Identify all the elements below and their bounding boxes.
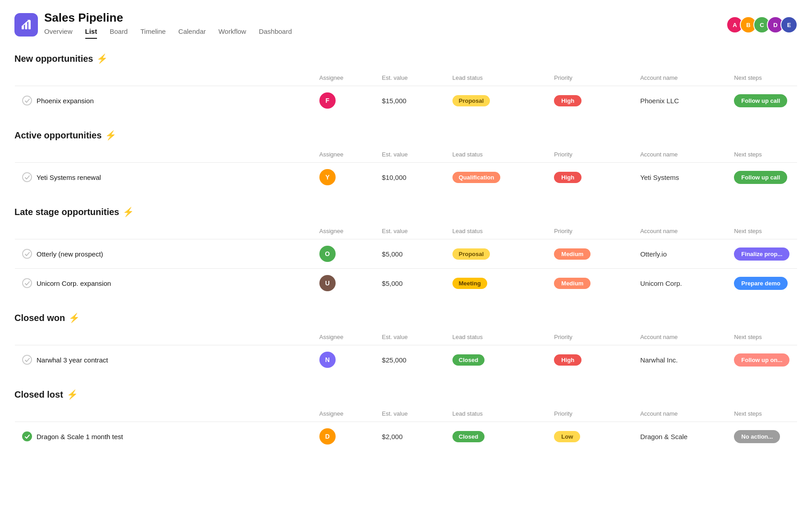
next-step-badge: Follow up call: [734, 171, 787, 184]
deal-table: Assignee Est. value Lead status Priority…: [14, 146, 798, 192]
deal-name: Otterly (new prospect): [37, 250, 103, 258]
table-row[interactable]: Otterly (new prospect) O $5,000ProposalM…: [15, 239, 798, 269]
tab-calendar[interactable]: Calendar: [178, 28, 206, 39]
col-assignee: Assignee: [312, 147, 375, 163]
app-header: Sales Pipeline Overview List Board Timel…: [14, 11, 798, 39]
col-lead-status: Lead status: [445, 147, 547, 163]
deal-name: Phoenix expansion: [37, 97, 94, 105]
priority-badge: Medium: [554, 248, 591, 260]
col-priority: Priority: [547, 147, 633, 163]
next-step-badge: Finalize prop...: [734, 248, 789, 261]
deal-table: Assignee Est. value Lead status Priority…: [14, 405, 798, 451]
lead-status-badge: Closed: [452, 431, 484, 442]
est-value: $25,000: [382, 356, 406, 364]
section-late-stage-opportunities: Late stage opportunities ⚡ Assignee Est.…: [14, 206, 798, 298]
check-icon[interactable]: [22, 431, 32, 441]
col-assignee: Assignee: [312, 329, 375, 345]
col-est-value: Est. value: [375, 70, 445, 86]
tab-board[interactable]: Board: [110, 28, 128, 39]
col-next-steps: Next steps: [727, 223, 797, 239]
est-value: $2,000: [382, 433, 403, 440]
col-priority: Priority: [547, 70, 633, 86]
section-closed-lost: Closed lost ⚡ Assignee Est. value Lead s…: [14, 389, 798, 451]
check-icon[interactable]: [22, 249, 32, 259]
col-name: [15, 223, 312, 239]
app-title-area: Sales Pipeline Overview List Board Timel…: [14, 11, 292, 39]
col-next-steps: Next steps: [727, 329, 797, 345]
deal-name: Unicorn Corp. expansion: [37, 280, 111, 287]
account-name: Yeti Systems: [640, 174, 679, 181]
account-name: Dragon & Scale: [640, 433, 687, 440]
col-next-steps: Next steps: [727, 70, 797, 86]
col-lead-status: Lead status: [445, 70, 547, 86]
tab-workflow[interactable]: Workflow: [218, 28, 246, 39]
lead-status-badge: Qualification: [452, 172, 501, 183]
priority-badge: High: [554, 95, 581, 106]
col-assignee: Assignee: [312, 406, 375, 422]
next-step-badge: No action...: [734, 430, 780, 443]
deal-name-cell: Yeti Systems renewal: [22, 172, 305, 182]
check-icon[interactable]: [22, 96, 32, 105]
lightning-icon: ⚡: [97, 53, 108, 64]
check-icon[interactable]: [22, 355, 32, 365]
tab-timeline[interactable]: Timeline: [140, 28, 166, 39]
col-priority: Priority: [547, 223, 633, 239]
table-row[interactable]: Narwhal 3 year contract N $25,000ClosedH…: [15, 345, 798, 375]
deal-name: Yeti Systems renewal: [37, 174, 101, 181]
assignee-avatar: F: [319, 92, 336, 109]
assignee-avatar: N: [319, 352, 336, 368]
lightning-icon: ⚡: [123, 206, 134, 217]
page-title: Sales Pipeline: [44, 11, 292, 25]
col-lead-status: Lead status: [445, 329, 547, 345]
priority-badge: Low: [554, 431, 580, 442]
est-value: $15,000: [382, 97, 406, 105]
deal-table: Assignee Est. value Lead status Priority…: [14, 223, 798, 298]
tab-list[interactable]: List: [85, 28, 97, 39]
lightning-icon: ⚡: [67, 389, 78, 400]
assignee-avatar: Y: [319, 169, 336, 185]
col-next-steps: Next steps: [727, 406, 797, 422]
lead-status-badge: Proposal: [452, 95, 490, 106]
table-row[interactable]: Unicorn Corp. expansion U $5,000MeetingM…: [15, 269, 798, 298]
col-account-name: Account name: [633, 70, 727, 86]
deal-name-cell: Phoenix expansion: [22, 96, 305, 105]
section-header: Closed lost ⚡: [14, 389, 798, 400]
table-row[interactable]: Yeti Systems renewal Y $10,000Qualificat…: [15, 163, 798, 192]
col-next-steps: Next steps: [727, 147, 797, 163]
section-title: Closed won: [14, 313, 65, 323]
col-priority: Priority: [547, 406, 633, 422]
est-value: $10,000: [382, 174, 406, 181]
deal-name: Dragon & Scale 1 month test: [37, 433, 123, 440]
avatar: E: [780, 16, 798, 33]
section-header: Closed won ⚡: [14, 312, 798, 323]
priority-badge: High: [554, 354, 581, 366]
lead-status-badge: Closed: [452, 354, 484, 366]
deal-name-cell: Narwhal 3 year contract: [22, 355, 305, 365]
col-name: [15, 406, 312, 422]
col-account-name: Account name: [633, 329, 727, 345]
account-name: Narwhal Inc.: [640, 356, 678, 364]
section-header: Active opportunities ⚡: [14, 130, 798, 141]
avatar-group: A B C D E: [726, 16, 798, 33]
check-icon[interactable]: [22, 172, 32, 182]
next-step-badge: Follow up on...: [734, 353, 789, 367]
deal-table: Assignee Est. value Lead status Priority…: [14, 329, 798, 375]
table-row[interactable]: Dragon & Scale 1 month test D $2,000Clos…: [15, 422, 798, 451]
col-est-value: Est. value: [375, 147, 445, 163]
check-icon[interactable]: [22, 278, 32, 288]
tab-overview[interactable]: Overview: [44, 28, 73, 39]
col-assignee: Assignee: [312, 223, 375, 239]
section-title: Active opportunities: [14, 130, 102, 141]
table-row[interactable]: Phoenix expansion F $15,000ProposalHighP…: [15, 86, 798, 115]
assignee-avatar: D: [319, 428, 336, 445]
est-value: $5,000: [382, 250, 403, 258]
est-value: $5,000: [382, 280, 403, 287]
col-account-name: Account name: [633, 147, 727, 163]
deal-name-cell: Dragon & Scale 1 month test: [22, 431, 305, 441]
section-new-opportunities: New opportunities ⚡ Assignee Est. value …: [14, 53, 798, 115]
tab-dashboard[interactable]: Dashboard: [259, 28, 292, 39]
col-priority: Priority: [547, 329, 633, 345]
section-closed-won: Closed won ⚡ Assignee Est. value Lead st…: [14, 312, 798, 375]
lightning-icon: ⚡: [105, 130, 116, 141]
col-est-value: Est. value: [375, 329, 445, 345]
